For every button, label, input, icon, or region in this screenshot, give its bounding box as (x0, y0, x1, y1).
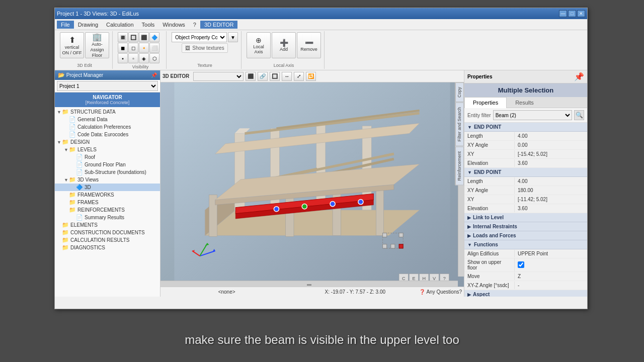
viewport-horizontal-scrollbar[interactable]: ▬ (160, 281, 458, 287)
dropdown-arrow-btn[interactable]: ▼ (228, 32, 238, 42)
maximize-button[interactable]: □ (568, 10, 576, 17)
pm-pin-icon[interactable]: 📌 (151, 72, 157, 78)
vis-btn-9[interactable]: ▪ (118, 53, 128, 63)
section-endpoint-2-header[interactable]: ▼ END POINT (464, 168, 587, 177)
vis-btn-5[interactable]: ◼ (118, 43, 128, 53)
vis-btn-3[interactable]: ⬛ (139, 32, 149, 42)
tab-properties[interactable]: Properties (464, 97, 507, 108)
tree-item[interactable]: 📁CONSTRUCTION DOCUMENTS (55, 229, 160, 236)
tree-item[interactable]: 📄Summary Results (55, 214, 160, 221)
side-tab-reinforcement[interactable]: Reinforcement (455, 147, 464, 186)
menu-file[interactable]: File (57, 21, 74, 29)
tree-arrow[interactable]: ▼ (64, 147, 69, 152)
show-upper-floor-checkbox[interactable] (518, 261, 524, 268)
section-restraints-header[interactable]: ▶ Internal Restraints (464, 222, 587, 231)
editor-btn-5[interactable]: ⤢ (294, 72, 304, 81)
tree-item[interactable]: 📄Calculation Preferences (55, 123, 160, 131)
status-coordinates: X: -19.07 - Y: 7.57 - Z: 3.00 (291, 289, 419, 295)
vertical-toggle-button[interactable]: ⬆ vertical ON / OFF (60, 32, 84, 58)
remove-button[interactable]: ➖ Remove (297, 32, 321, 58)
section-restraints-arrow: ▶ (467, 224, 471, 229)
vis-btn-4[interactable]: 🔷 (149, 32, 159, 42)
side-tab-copy[interactable]: Copy (455, 82, 464, 102)
help-button[interactable]: ❓ Any Questions? (419, 289, 462, 295)
tree-item[interactable]: 📁FRAMEWORKS (55, 191, 160, 199)
tree-item[interactable]: 📄Code Data: Eurocodes (55, 131, 160, 138)
tree-item[interactable]: 📄Ground Floor Plan (55, 161, 160, 168)
tree-item[interactable]: 📁REINFORCEMENTS (55, 206, 160, 214)
menu-calculation[interactable]: Calculation (102, 21, 137, 29)
tree-item-icon: 📁 (62, 244, 69, 251)
section-functions-header[interactable]: ▼ Functions (464, 240, 587, 249)
tab-results[interactable]: Results (507, 97, 542, 108)
tree-item[interactable]: 📄Roof (55, 153, 160, 161)
close-button[interactable]: ✕ (577, 10, 585, 17)
menu-help[interactable]: ? (189, 21, 200, 29)
add-button[interactable]: ➕ Add (272, 32, 296, 58)
menu-windows[interactable]: Windows (158, 21, 189, 29)
editor-btn-3[interactable]: 🔲 (270, 72, 280, 81)
menu-bar: File Drawing Calculation Tools Windows ?… (55, 19, 587, 30)
vis-btn-10[interactable]: ▫ (128, 53, 138, 63)
vis-btn-6[interactable]: ◻ (128, 43, 138, 53)
tree-item[interactable]: ▼📁DESIGN (55, 138, 160, 146)
vis-btn-12[interactable]: ⬡ (149, 53, 159, 63)
tree-item-label: Calculation Preferences (77, 124, 131, 130)
local-axis-button[interactable]: ⊕ Local Axis (247, 32, 271, 58)
section-aspect-header[interactable]: ▶ Aspect (464, 290, 587, 297)
prop-value-xyangle-1: 0.00 (515, 141, 587, 149)
section-loads-header[interactable]: ▶ Loads and Forces (464, 231, 587, 240)
menu-3deditor[interactable]: 3D EDITOR (200, 21, 237, 29)
project-dropdown[interactable]: Project 1 (57, 81, 158, 91)
title-bar: Project 1 - 3D Views: 3D - EdiLus — □ ✕ (55, 8, 587, 19)
svg-point-22 (358, 199, 363, 204)
project-tree: ▼📁STRUCTURE DATA📄General Data📄Calculatio… (55, 107, 160, 297)
tree-item[interactable]: 🔷3D (55, 184, 160, 191)
tree-arrow[interactable]: ▼ (57, 140, 62, 145)
props-pin-icon[interactable]: 📌 (574, 72, 584, 81)
vis-btn-7[interactable]: 🔸 (139, 43, 149, 53)
editor-btn-2[interactable]: 🔗 (258, 72, 268, 81)
tree-item[interactable]: ▼📁STRUCTURE DATA (55, 108, 160, 116)
vis-btn-1[interactable]: 🔳 (118, 32, 128, 42)
tree-item[interactable]: 📁FRAMES (55, 199, 160, 206)
3d-viewport[interactable]: C E H V ? ▬ (160, 82, 464, 287)
section-link-header[interactable]: ▶ Link to Level (464, 213, 587, 222)
tree-item[interactable]: ▼📁3D Views (55, 176, 160, 184)
side-tab-filter[interactable]: Filter and Search (455, 103, 464, 146)
tree-arrow[interactable]: ▼ (57, 110, 62, 115)
toolbar-area: ⬆ vertical ON / OFF 🏢 Auto-Assign Floor … (55, 30, 587, 70)
prop-value-show-upper (515, 260, 587, 270)
section-restraints-label: Internal Restraints (473, 224, 517, 229)
show-textures-button[interactable]: 🖼 Show textures (182, 43, 227, 53)
section-loads-label: Loads and Forces (473, 233, 516, 238)
auto-assign-floor-button[interactable]: 🏢 Auto-Assign Floor (85, 32, 109, 58)
tree-item-label: Code Data: Eurocodes (77, 132, 128, 137)
show-textures-label: Show textures (192, 45, 224, 51)
section-endpoint-1-header[interactable]: ▼ END POINT (464, 123, 587, 132)
tree-arrow[interactable]: ▼ (64, 177, 69, 183)
menu-tools[interactable]: Tools (138, 21, 159, 29)
section-link-arrow: ▶ (467, 215, 471, 220)
minimize-button[interactable]: — (559, 10, 567, 17)
vis-btn-11[interactable]: ◈ (139, 53, 149, 63)
menu-drawing[interactable]: Drawing (74, 21, 102, 29)
tree-item[interactable]: 📁ELEMENTS (55, 221, 160, 229)
entity-filter-dropdown[interactable]: Beam (2) (493, 110, 572, 120)
tree-item[interactable]: 📄Sub-Structure (foundations) (55, 168, 160, 176)
pm-title: 📂 Project Manager (58, 72, 103, 78)
vis-btn-8[interactable]: ⬜ (149, 43, 159, 53)
editor-view-dropdown[interactable] (193, 72, 244, 81)
tree-item[interactable]: 📁CALCULATION RESULTS (55, 236, 160, 244)
editor-btn-6[interactable]: 🔁 (306, 72, 316, 81)
editor-btn-1[interactable]: ⬛ (246, 72, 256, 81)
tree-item[interactable]: 📁DIAGNOSTICS (55, 244, 160, 251)
editor-btn-4[interactable]: ↔ (282, 72, 292, 81)
section-local-axis-label: Local Axis (274, 63, 294, 68)
3d-scene-svg: C E H V ? (160, 82, 464, 287)
vis-btn-2[interactable]: 🔲 (128, 32, 138, 42)
property-color-dropdown[interactable]: Object Property Colou... (172, 32, 227, 42)
entity-search-button[interactable]: 🔍 (574, 110, 584, 120)
tree-item[interactable]: ▼📁LEVELS (55, 146, 160, 153)
tree-item[interactable]: 📄General Data (55, 116, 160, 123)
